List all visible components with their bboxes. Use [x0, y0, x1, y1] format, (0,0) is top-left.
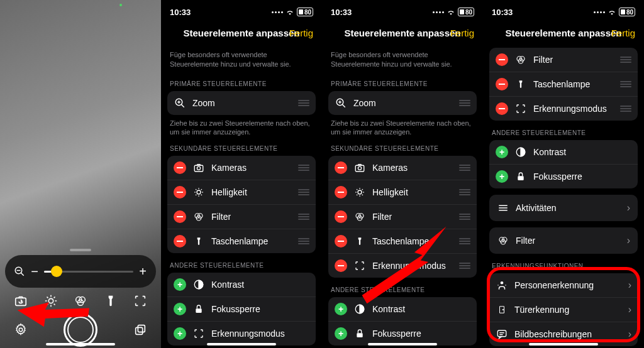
row-label: Personenerkennung — [514, 280, 622, 290]
reorder-handle-icon[interactable] — [298, 189, 309, 195]
plus-icon[interactable]: + — [138, 264, 147, 279]
detect-mode-icon[interactable] — [131, 291, 150, 310]
home-indicator[interactable] — [529, 343, 598, 345]
row-detectmode[interactable]: Erkennungsmodus — [328, 254, 477, 278]
row-detectmode[interactable]: Erkennungsmodus — [489, 97, 638, 121]
row-contrast[interactable]: Kontrast — [489, 140, 638, 165]
done-button[interactable]: Fertig — [450, 28, 474, 38]
remove-badge-icon[interactable] — [174, 161, 186, 174]
detect-mode-icon — [514, 102, 527, 115]
signal-icon — [594, 11, 605, 13]
row-activities[interactable]: Aktivitäten › — [489, 195, 638, 221]
row-label: Filter — [372, 212, 453, 222]
row-filter[interactable]: Filter — [167, 205, 316, 229]
signal-icon — [272, 11, 283, 13]
other-list: Kontrast Fokussperre — [489, 140, 638, 188]
flashlight-icon[interactable] — [101, 291, 120, 310]
camera-switch-icon[interactable] — [11, 291, 30, 310]
remove-badge-icon[interactable] — [496, 53, 508, 66]
add-badge-icon[interactable] — [174, 303, 186, 315]
add-badge-icon[interactable] — [335, 327, 347, 340]
reorder-handle-icon[interactable] — [459, 238, 470, 244]
remove-badge-icon[interactable] — [335, 235, 347, 247]
reorder-handle-icon[interactable] — [620, 57, 631, 63]
filter-icon[interactable] — [71, 291, 90, 310]
reorder-handle-icon[interactable] — [298, 165, 309, 171]
row-focuslock[interactable]: Fokussperre — [328, 322, 477, 345]
flashlight-icon — [353, 235, 366, 247]
reorder-handle-icon[interactable] — [298, 100, 309, 106]
row-label: Taschenlampe — [211, 236, 292, 246]
row-brightness[interactable]: Helligkeit — [167, 180, 316, 205]
zoom-thumb[interactable] — [51, 266, 62, 277]
row-flashlight[interactable]: Taschenlampe — [328, 229, 477, 254]
row-flashlight[interactable]: Taschenlampe — [167, 229, 316, 253]
panel-grip[interactable] — [70, 249, 91, 251]
camera-icon — [192, 161, 205, 174]
activities-row-container: Aktivitäten › — [489, 195, 638, 221]
row-filter[interactable]: Filter — [489, 48, 638, 72]
done-button[interactable]: Fertig — [611, 28, 635, 38]
row-focuslock[interactable]: Fokussperre — [167, 297, 316, 322]
settings-gear-icon[interactable] — [11, 320, 30, 339]
row-filter[interactable]: Filter — [328, 205, 477, 229]
row-person-detect[interactable]: Personenerkennung › — [489, 273, 638, 298]
row-cameras[interactable]: Kameras — [167, 156, 316, 180]
status-time: 10:33 — [331, 8, 352, 17]
reorder-handle-icon[interactable] — [459, 189, 470, 195]
row-brightness[interactable]: Helligkeit — [328, 180, 477, 205]
reorder-handle-icon[interactable] — [620, 81, 631, 87]
minus-icon[interactable]: − — [30, 264, 39, 279]
home-indicator[interactable] — [46, 343, 115, 345]
remove-badge-icon[interactable] — [174, 210, 186, 223]
add-badge-icon[interactable] — [174, 278, 186, 291]
row-flashlight[interactable]: Taschenlampe — [489, 72, 638, 97]
row-detectmode[interactable]: Erkennungsmodus — [167, 322, 316, 345]
reorder-handle-icon[interactable] — [459, 214, 470, 220]
reorder-handle-icon[interactable] — [298, 214, 309, 220]
remove-badge-icon[interactable] — [335, 259, 347, 272]
wifi-icon — [608, 9, 616, 15]
shutter-button[interactable] — [64, 313, 97, 347]
row-zoom[interactable]: Zoom — [328, 91, 477, 115]
remove-badge-icon[interactable] — [496, 78, 508, 90]
add-badge-icon[interactable] — [335, 303, 347, 315]
remove-badge-icon[interactable] — [174, 235, 186, 247]
reorder-handle-icon[interactable] — [459, 263, 470, 269]
row-label: Kontrast — [211, 280, 309, 290]
add-badge-icon[interactable] — [496, 146, 508, 158]
reorder-handle-icon[interactable] — [298, 238, 309, 244]
remove-badge-icon[interactable] — [496, 102, 508, 115]
detect-mode-icon — [353, 259, 366, 272]
row-focuslock[interactable]: Fokussperre — [489, 165, 638, 188]
home-indicator[interactable] — [368, 343, 437, 345]
add-badge-icon[interactable] — [496, 170, 508, 183]
remove-badge-icon[interactable] — [335, 210, 347, 223]
svg-rect-23 — [196, 309, 201, 313]
remove-badge-icon[interactable] — [174, 186, 186, 198]
row-door-detect[interactable]: Türerkennung › — [489, 298, 638, 322]
row-zoom[interactable]: Zoom — [167, 91, 316, 115]
reorder-handle-icon[interactable] — [620, 106, 631, 112]
reorder-handle-icon[interactable] — [459, 100, 470, 106]
row-cameras[interactable]: Kameras — [328, 156, 477, 180]
svg-rect-47 — [518, 176, 523, 180]
row-filter-nav[interactable]: Filter › — [489, 227, 638, 254]
contrast-icon — [514, 146, 527, 158]
multiview-icon[interactable] — [131, 320, 150, 339]
section-other: ANDERE STEUERELEMENTE — [322, 278, 483, 297]
home-indicator[interactable] — [207, 343, 276, 345]
brightness-icon[interactable] — [42, 291, 60, 310]
row-contrast[interactable]: Kontrast — [328, 297, 477, 322]
zoom-slider[interactable] — [44, 271, 133, 273]
door-icon — [496, 303, 508, 316]
done-button[interactable]: Fertig — [289, 28, 313, 38]
reorder-handle-icon[interactable] — [459, 165, 470, 171]
remove-badge-icon[interactable] — [335, 161, 347, 174]
header-title: Steuerelemente anpassen — [505, 28, 621, 38]
row-contrast[interactable]: Kontrast — [167, 273, 316, 297]
add-badge-icon[interactable] — [174, 327, 186, 340]
zoom-out-icon[interactable] — [14, 266, 25, 277]
remove-badge-icon[interactable] — [335, 186, 347, 198]
svg-line-13 — [181, 104, 184, 107]
